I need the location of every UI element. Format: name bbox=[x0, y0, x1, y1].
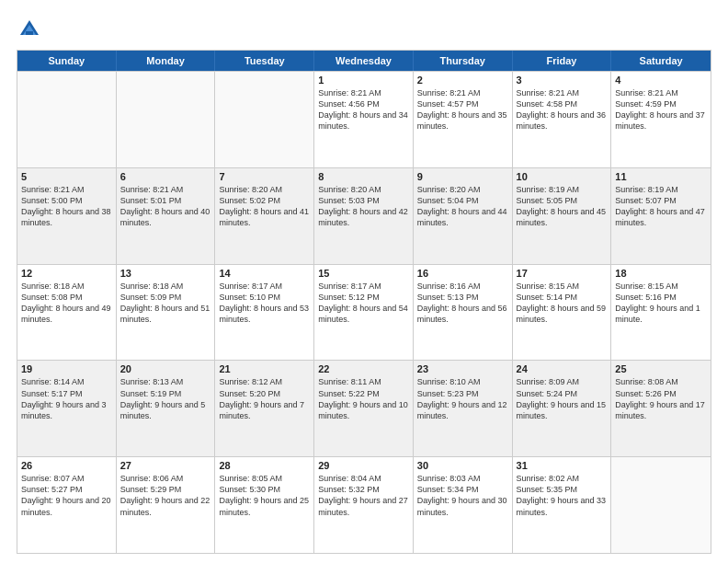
cell-info: Sunrise: 8:13 AMSunset: 5:19 PMDaylight:… bbox=[120, 376, 211, 421]
cell-info: Sunrise: 8:17 AMSunset: 5:12 PMDaylight:… bbox=[318, 281, 409, 326]
day-number: 29 bbox=[318, 460, 409, 471]
day-number: 15 bbox=[318, 268, 409, 279]
day-number: 10 bbox=[517, 171, 608, 182]
cell-info: Sunrise: 8:20 AMSunset: 5:04 PMDaylight:… bbox=[417, 184, 508, 229]
day-number: 8 bbox=[318, 171, 409, 182]
day-number: 7 bbox=[219, 171, 310, 182]
calendar-cell: 2Sunrise: 8:21 AMSunset: 4:57 PMDaylight… bbox=[414, 72, 513, 167]
cell-info: Sunrise: 8:08 AMSunset: 5:26 PMDaylight:… bbox=[615, 376, 707, 421]
calendar-cell: 18Sunrise: 8:15 AMSunset: 5:16 PMDayligh… bbox=[611, 265, 711, 361]
calendar-cell: 19Sunrise: 8:14 AMSunset: 5:17 PMDayligh… bbox=[17, 361, 117, 456]
header bbox=[17, 17, 711, 42]
calendar-cell: 5Sunrise: 8:21 AMSunset: 5:00 PMDaylight… bbox=[17, 168, 117, 264]
calendar-cell: 17Sunrise: 8:15 AMSunset: 5:14 PMDayligh… bbox=[513, 265, 612, 361]
day-number: 13 bbox=[120, 268, 211, 279]
header-day-sunday: Sunday bbox=[17, 51, 117, 71]
cell-info: Sunrise: 8:09 AMSunset: 5:24 PMDaylight:… bbox=[517, 376, 608, 421]
calendar-cell: 14Sunrise: 8:17 AMSunset: 5:10 PMDayligh… bbox=[215, 265, 314, 361]
calendar-row: 12Sunrise: 8:18 AMSunset: 5:08 PMDayligh… bbox=[17, 264, 711, 361]
cell-info: Sunrise: 8:19 AMSunset: 5:07 PMDaylight:… bbox=[615, 184, 707, 229]
calendar-row: 1Sunrise: 8:21 AMSunset: 4:56 PMDaylight… bbox=[17, 71, 711, 167]
cell-info: Sunrise: 8:06 AMSunset: 5:29 PMDaylight:… bbox=[120, 473, 211, 518]
calendar-cell: 16Sunrise: 8:16 AMSunset: 5:13 PMDayligh… bbox=[414, 265, 513, 361]
calendar-cell: 3Sunrise: 8:21 AMSunset: 4:58 PMDaylight… bbox=[513, 72, 612, 167]
header-day-tuesday: Tuesday bbox=[215, 51, 314, 71]
day-number: 12 bbox=[21, 268, 112, 279]
cell-info: Sunrise: 8:17 AMSunset: 5:10 PMDaylight:… bbox=[219, 281, 310, 326]
day-number: 5 bbox=[21, 171, 112, 182]
day-number: 1 bbox=[318, 75, 409, 86]
cell-info: Sunrise: 8:18 AMSunset: 5:09 PMDaylight:… bbox=[120, 281, 211, 326]
day-number: 4 bbox=[615, 75, 707, 86]
cell-info: Sunrise: 8:18 AMSunset: 5:08 PMDaylight:… bbox=[21, 281, 112, 326]
calendar-cell bbox=[17, 72, 117, 167]
day-number: 2 bbox=[417, 75, 508, 86]
header-day-friday: Friday bbox=[513, 51, 612, 71]
calendar-cell: 10Sunrise: 8:19 AMSunset: 5:05 PMDayligh… bbox=[513, 168, 612, 264]
calendar-cell: 27Sunrise: 8:06 AMSunset: 5:29 PMDayligh… bbox=[117, 457, 216, 553]
calendar-cell: 28Sunrise: 8:05 AMSunset: 5:30 PMDayligh… bbox=[215, 457, 314, 553]
logo bbox=[17, 17, 46, 42]
cell-info: Sunrise: 8:15 AMSunset: 5:16 PMDaylight:… bbox=[615, 281, 707, 326]
cell-info: Sunrise: 8:12 AMSunset: 5:20 PMDaylight:… bbox=[219, 376, 310, 421]
day-number: 26 bbox=[21, 460, 112, 471]
cell-info: Sunrise: 8:20 AMSunset: 5:03 PMDaylight:… bbox=[318, 184, 409, 229]
cell-info: Sunrise: 8:07 AMSunset: 5:27 PMDaylight:… bbox=[21, 473, 112, 518]
header-day-saturday: Saturday bbox=[611, 51, 711, 71]
day-number: 19 bbox=[21, 363, 112, 374]
calendar-cell: 8Sunrise: 8:20 AMSunset: 5:03 PMDaylight… bbox=[314, 168, 414, 264]
calendar-row: 5Sunrise: 8:21 AMSunset: 5:00 PMDaylight… bbox=[17, 167, 711, 264]
day-number: 14 bbox=[219, 268, 310, 279]
cell-info: Sunrise: 8:21 AMSunset: 5:00 PMDaylight:… bbox=[21, 184, 112, 229]
header-day-thursday: Thursday bbox=[414, 51, 513, 71]
logo-icon bbox=[17, 17, 42, 42]
svg-rect-2 bbox=[26, 31, 33, 35]
calendar-cell: 12Sunrise: 8:18 AMSunset: 5:08 PMDayligh… bbox=[17, 265, 117, 361]
day-number: 9 bbox=[417, 171, 508, 182]
day-number: 24 bbox=[517, 363, 608, 374]
header-day-wednesday: Wednesday bbox=[314, 51, 414, 71]
cell-info: Sunrise: 8:14 AMSunset: 5:17 PMDaylight:… bbox=[21, 376, 112, 421]
calendar-cell: 30Sunrise: 8:03 AMSunset: 5:34 PMDayligh… bbox=[414, 457, 513, 553]
calendar: SundayMondayTuesdayWednesdayThursdayFrid… bbox=[17, 50, 711, 554]
calendar-cell: 6Sunrise: 8:21 AMSunset: 5:01 PMDaylight… bbox=[117, 168, 216, 264]
calendar-cell: 20Sunrise: 8:13 AMSunset: 5:19 PMDayligh… bbox=[117, 361, 216, 456]
cell-info: Sunrise: 8:21 AMSunset: 4:57 PMDaylight:… bbox=[417, 87, 508, 132]
day-number: 30 bbox=[417, 460, 508, 471]
calendar-cell: 25Sunrise: 8:08 AMSunset: 5:26 PMDayligh… bbox=[611, 361, 711, 456]
cell-info: Sunrise: 8:15 AMSunset: 5:14 PMDaylight:… bbox=[517, 281, 608, 326]
day-number: 16 bbox=[417, 268, 508, 279]
calendar-cell: 11Sunrise: 8:19 AMSunset: 5:07 PMDayligh… bbox=[611, 168, 711, 264]
calendar-cell: 7Sunrise: 8:20 AMSunset: 5:02 PMDaylight… bbox=[215, 168, 314, 264]
calendar-cell: 9Sunrise: 8:20 AMSunset: 5:04 PMDaylight… bbox=[414, 168, 513, 264]
day-number: 3 bbox=[517, 75, 608, 86]
day-number: 18 bbox=[615, 268, 707, 279]
day-number: 25 bbox=[615, 363, 707, 374]
calendar-cell: 31Sunrise: 8:02 AMSunset: 5:35 PMDayligh… bbox=[513, 457, 612, 553]
cell-info: Sunrise: 8:04 AMSunset: 5:32 PMDaylight:… bbox=[318, 473, 409, 518]
calendar-cell: 22Sunrise: 8:11 AMSunset: 5:22 PMDayligh… bbox=[314, 361, 414, 456]
cell-info: Sunrise: 8:21 AMSunset: 4:59 PMDaylight:… bbox=[615, 87, 707, 132]
cell-info: Sunrise: 8:10 AMSunset: 5:23 PMDaylight:… bbox=[417, 376, 508, 421]
cell-info: Sunrise: 8:03 AMSunset: 5:34 PMDaylight:… bbox=[417, 473, 508, 518]
day-number: 27 bbox=[120, 460, 211, 471]
calendar-cell bbox=[611, 457, 711, 553]
calendar-cell: 21Sunrise: 8:12 AMSunset: 5:20 PMDayligh… bbox=[215, 361, 314, 456]
calendar-cell: 26Sunrise: 8:07 AMSunset: 5:27 PMDayligh… bbox=[17, 457, 117, 553]
day-number: 6 bbox=[120, 171, 211, 182]
cell-info: Sunrise: 8:05 AMSunset: 5:30 PMDaylight:… bbox=[219, 473, 310, 518]
calendar-cell: 24Sunrise: 8:09 AMSunset: 5:24 PMDayligh… bbox=[513, 361, 612, 456]
cell-info: Sunrise: 8:21 AMSunset: 5:01 PMDaylight:… bbox=[120, 184, 211, 229]
calendar-cell: 15Sunrise: 8:17 AMSunset: 5:12 PMDayligh… bbox=[314, 265, 414, 361]
calendar-cell: 29Sunrise: 8:04 AMSunset: 5:32 PMDayligh… bbox=[314, 457, 414, 553]
header-day-monday: Monday bbox=[117, 51, 216, 71]
cell-info: Sunrise: 8:11 AMSunset: 5:22 PMDaylight:… bbox=[318, 376, 409, 421]
calendar-header: SundayMondayTuesdayWednesdayThursdayFrid… bbox=[17, 51, 711, 71]
calendar-cell bbox=[215, 72, 314, 167]
cell-info: Sunrise: 8:20 AMSunset: 5:02 PMDaylight:… bbox=[219, 184, 310, 229]
day-number: 20 bbox=[120, 363, 211, 374]
day-number: 11 bbox=[615, 171, 707, 182]
day-number: 28 bbox=[219, 460, 310, 471]
calendar-cell: 1Sunrise: 8:21 AMSunset: 4:56 PMDaylight… bbox=[314, 72, 414, 167]
day-number: 31 bbox=[517, 460, 608, 471]
